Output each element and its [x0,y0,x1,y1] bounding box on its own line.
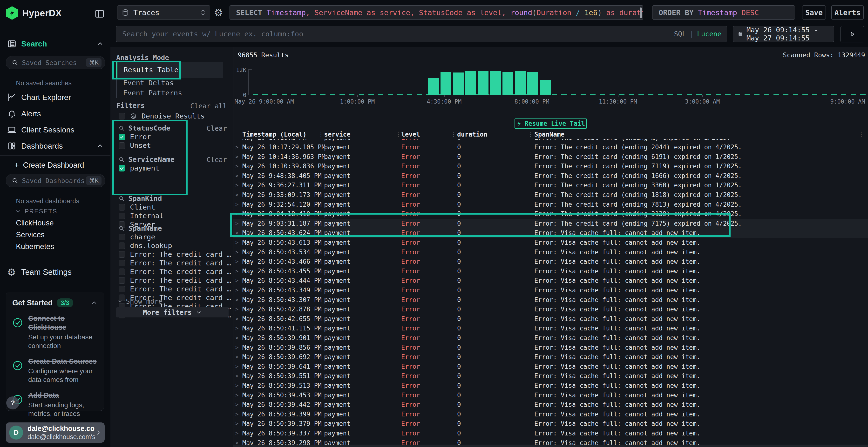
filter-option-error-the-credit-card-[interactable]: Error: The credit card … [119,285,231,293]
checkbox-unchecked[interactable] [119,142,125,149]
collapse-sidebar-icon[interactable] [94,9,105,19]
run-search-button[interactable] [840,26,864,42]
source-settings-gear-icon[interactable]: ⚙ [213,7,224,18]
row-expand-chevron-icon[interactable]: > [235,152,239,162]
table-row[interactable]: >May 26 8:50:39.399 PMpaymentError0Error… [234,409,868,419]
table-row[interactable]: >May 26 10:14:36.963 PMpaymentError0Erro… [234,152,868,162]
sidebar-item-search[interactable]: Search [0,38,111,50]
table-row[interactable]: >May 26 8:50:43.466 PMpaymentError0Error… [234,257,868,266]
sidebar-item-team-settings[interactable]: ⚙ Team Settings [0,266,111,278]
histogram-bar[interactable] [502,72,513,95]
create-dashboard-button[interactable]: + Create Dashboard [14,161,84,170]
table-row[interactable]: >May 26 8:50:42.655 PMpaymentError0Error… [234,314,868,324]
table-row[interactable]: >May 26 8:50:43.534 PMpaymentError0Error… [234,247,868,257]
date-range-picker[interactable]: May 26 09:14:55 - May 27 09:14:55 [733,26,834,42]
presets-toggle[interactable]: PRESETS [15,208,57,215]
row-expand-chevron-icon[interactable]: > [235,219,239,228]
row-expand-chevron-icon[interactable]: > [235,238,239,247]
table-row[interactable]: >May 26 8:50:39.551 PMpaymentError0Error… [234,371,868,381]
row-expand-chevron-icon[interactable]: > [235,371,239,381]
table-row[interactable]: >May 26 9:04:18.410 PMpaymentError0Error… [234,209,868,219]
column-timestamp[interactable]: Timestamp (Local) [242,131,306,138]
filter-option-error-the-credit-card-[interactable]: Error: The credit card … [119,268,231,276]
source-select[interactable]: Traces [117,5,210,20]
lucene-search-input[interactable]: Search your events w/ Lucene ex. column:… [116,26,727,42]
table-row[interactable]: >May 26 8:50:43.455 PMpaymentError0Error… [234,266,868,276]
checkbox-unchecked[interactable] [119,113,125,119]
sidebar-item-client-sessions[interactable]: Client Sessions [0,124,111,136]
table-row[interactable]: >May 26 8:50:39.856 PMpaymentError0Error… [234,343,868,352]
filter-option-internal[interactable]: Internal [119,212,164,220]
column-service[interactable]: service [324,131,350,138]
denoise-results-checkbox[interactable]: Denoise Results [119,112,205,120]
more-filters-button[interactable]: More filters [116,307,228,317]
sidebar-preset-services[interactable]: Services [16,231,44,239]
table-row[interactable]: >May 26 8:50:43.444 PMpaymentError0Error… [234,276,868,285]
table-row[interactable]: >May 26 8:50:41.115 PMpaymentError0Error… [234,323,868,333]
row-expand-chevron-icon[interactable]: > [235,180,239,190]
row-expand-chevron-icon[interactable]: > [235,200,239,209]
analysis-mode-results-table[interactable]: Results Table [116,62,223,78]
sidebar-preset-kubernetes[interactable]: Kubernetes [16,242,54,251]
get-started-item[interactable]: Add DataStart sending logs, metrics, or … [12,391,98,418]
row-expand-chevron-icon[interactable]: > [235,228,239,238]
row-expand-chevron-icon[interactable]: > [235,314,239,324]
sql-mode-toggle[interactable]: SQL [674,30,686,38]
row-expand-chevron-icon[interactable]: > [235,352,239,362]
table-row-clipped[interactable]: >May 26 10:18:… PMpaymentError0Error: Th… [234,139,868,142]
column-spanname[interactable]: SpanName [534,131,564,138]
table-row[interactable]: >May 26 9:32:54.120 PMpaymentError0Error… [234,200,868,209]
row-expand-chevron-icon[interactable]: > [235,419,239,428]
row-expand-chevron-icon[interactable]: > [235,409,239,419]
row-expand-chevron-icon[interactable]: > [235,209,239,219]
checkbox-unchecked[interactable] [119,251,125,258]
checkbox-unchecked[interactable] [119,260,125,266]
filter-option-error-the-credit-card-[interactable]: Error: The credit card … [119,250,231,259]
lucene-mode-toggle[interactable]: Lucene [697,30,721,38]
histogram-bar[interactable] [428,78,439,95]
table-row[interactable]: >May 26 8:50:39.692 PMpaymentError0Error… [234,352,868,362]
clear-all-filters-link[interactable]: Clear all [190,102,227,110]
table-row[interactable]: >May 26 8:50:39.453 PMpaymentError0Error… [234,390,868,400]
table-row[interactable]: >May 26 10:17:29.105 PMpaymentError0Erro… [234,142,868,152]
table-row[interactable]: >May 26 10:10:39.836 PMpaymentError0Erro… [234,161,868,171]
checkbox-unchecked[interactable] [119,213,125,219]
row-expand-chevron-icon[interactable]: > [235,257,239,266]
row-expand-chevron-icon[interactable]: > [235,171,239,181]
checkbox-unchecked[interactable] [119,277,125,284]
sidebar-item-chart-explorer[interactable]: Chart Explorer [0,91,111,104]
saved-dashboards-input[interactable]: Saved Dashboards ⌘K [6,174,105,187]
sql-editor-scrollbar[interactable] [640,7,642,18]
table-row[interactable]: >May 26 8:50:39.337 PMpaymentError0Error… [234,428,868,438]
histogram-bar[interactable] [453,72,464,95]
row-expand-chevron-icon[interactable]: > [235,285,239,295]
row-expand-chevron-icon[interactable]: > [235,276,239,285]
analysis-mode-event-patterns[interactable]: Event Patterns [117,88,223,98]
table-row[interactable]: >May 26 8:50:39.442 PMpaymentError0Error… [234,400,868,409]
row-expand-chevron-icon[interactable]: > [235,266,239,276]
row-expand-chevron-icon[interactable]: > [235,323,239,333]
histogram-bar[interactable] [527,72,538,95]
filter-option-dns-lookup[interactable]: dns.lookup [119,242,172,250]
sidebar-item-dashboards[interactable]: Dashboards [0,140,111,152]
filter-option-client[interactable]: Client [119,203,155,211]
histogram-bar[interactable] [440,72,452,95]
filter-option-payment[interactable]: payment [119,164,159,172]
row-expand-chevron-icon[interactable]: > [235,400,239,409]
sql-select-editor[interactable]: SELECT Timestamp, ServiceName as service… [229,5,643,20]
table-row[interactable]: >May 26 9:33:09.173 PMpaymentError0Error… [234,190,868,200]
table-row[interactable]: >May 26 8:50:43.349 PMpaymentError0Error… [234,285,868,295]
table-row[interactable]: >May 26 9:48:38.405 PMpaymentError0Error… [234,171,868,181]
row-expand-chevron-icon[interactable]: > [235,390,239,400]
clear-servicename-link[interactable]: Clear [207,156,227,164]
row-expand-chevron-icon[interactable]: > [235,190,239,200]
filter-option-error-the-credit-card-[interactable]: Error: The credit card … [119,276,231,284]
get-started-item[interactable]: Connect to ClickHouseSet up your databas… [12,314,98,350]
sidebar-item-alerts[interactable]: Alerts [0,107,111,120]
row-expand-chevron-icon[interactable]: > [235,161,239,171]
checkbox-unchecked[interactable] [119,269,125,275]
sidebar-preset-clickhouse[interactable]: ClickHouse [16,219,54,227]
show-more-link[interactable]: Show more [117,298,162,305]
histogram-bar[interactable] [515,71,526,95]
checkbox-checked[interactable] [119,165,125,171]
